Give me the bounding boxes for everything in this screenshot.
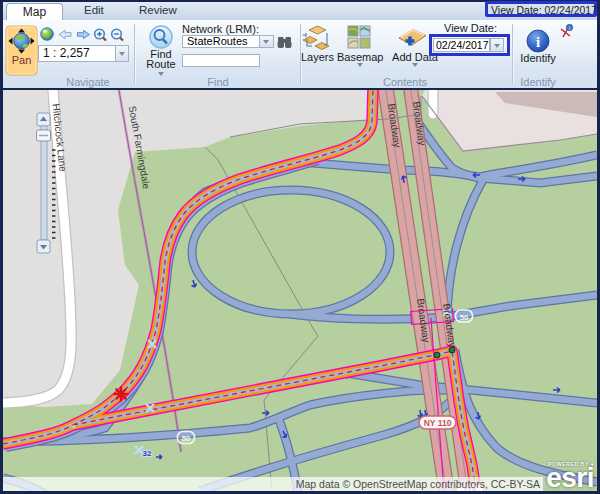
svg-text:50: 50: [460, 313, 468, 322]
svg-text:50: 50: [182, 434, 190, 443]
svg-text:i: i: [569, 25, 570, 31]
svg-text:Pan: Pan: [12, 54, 32, 66]
svg-text:i: i: [536, 34, 540, 50]
svg-text:NY 110: NY 110: [424, 418, 452, 428]
svg-text:32: 32: [143, 449, 152, 458]
